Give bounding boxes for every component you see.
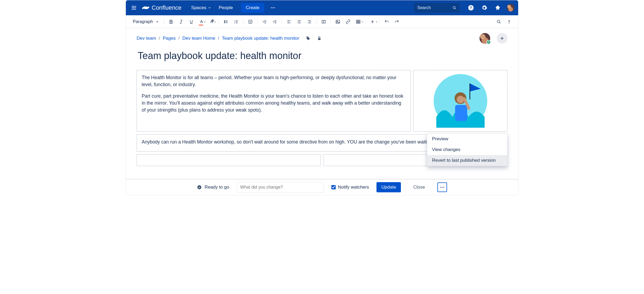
editor-toolbar: Paragraph 123: [126, 15, 518, 28]
nav-spaces[interactable]: Spaces: [188, 3, 214, 12]
draft-status-label: Ready to go: [204, 185, 229, 190]
svg-rect-47: [336, 20, 340, 23]
editor-help-button[interactable]: [504, 17, 514, 27]
chevron-down-icon: [375, 21, 378, 23]
align-left-button[interactable]: [284, 17, 294, 27]
paragraph-label: Paragraph: [133, 19, 153, 24]
svg-rect-29: [249, 20, 252, 23]
update-button[interactable]: Update: [376, 182, 401, 192]
svg-point-4: [272, 7, 273, 8]
chevron-down-icon: [214, 21, 216, 23]
undo-button[interactable]: [382, 17, 391, 27]
menu-item-view-changes[interactable]: View changes: [427, 144, 507, 155]
task-list-button[interactable]: [246, 17, 255, 27]
italic-button[interactable]: [176, 17, 186, 27]
add-collaborator-button[interactable]: [497, 33, 507, 44]
breadcrumb-separator: /: [218, 36, 219, 41]
svg-rect-49: [356, 20, 360, 23]
breadcrumb-separator: /: [178, 36, 180, 41]
confluence-icon: [142, 4, 149, 12]
svg-point-59: [307, 37, 308, 38]
nav-more-button[interactable]: [268, 3, 278, 13]
ellipsis-icon: [270, 5, 276, 10]
redo-button[interactable]: [392, 17, 402, 27]
svg-point-72: [442, 187, 442, 188]
svg-rect-60: [318, 38, 321, 40]
search-icon: [452, 5, 456, 10]
svg-point-58: [509, 23, 509, 23]
svg-point-18: [224, 21, 225, 22]
svg-line-12: [181, 20, 181, 23]
svg-point-17: [224, 20, 225, 21]
close-button[interactable]: Close: [408, 182, 430, 192]
indent-button[interactable]: [270, 17, 280, 27]
text-color-button[interactable]: [197, 17, 206, 27]
brand-logo[interactable]: Confluence: [142, 4, 181, 12]
layout-cell[interactable]: [137, 154, 321, 166]
ellipsis-icon: [440, 185, 445, 190]
breadcrumbs: Dev team / Pages / Dev team Home / Team …: [137, 36, 299, 41]
insert-table-button[interactable]: [353, 17, 363, 27]
editor-actions-menu: Preview View changes Revert to last publ…: [427, 133, 507, 166]
paragraph-text[interactable]: Part cure, part preventative medicine, t…: [142, 93, 406, 114]
chevron-down-icon: [361, 21, 364, 23]
search-input[interactable]: [417, 5, 450, 10]
svg-point-73: [443, 187, 444, 188]
page-title[interactable]: Team playbook update: health monitor: [137, 50, 507, 61]
chevron-down-icon: [204, 21, 206, 23]
help-icon[interactable]: ?: [467, 3, 475, 12]
breadcrumb-item[interactable]: Dev team Home: [182, 36, 215, 41]
paragraph-style-selector[interactable]: Paragraph: [130, 18, 162, 26]
notify-watchers-checkbox[interactable]: [331, 185, 336, 189]
svg-point-19: [224, 22, 225, 23]
brand-name: Confluence: [152, 4, 181, 11]
numbered-list-button[interactable]: 123: [231, 17, 241, 27]
nav-spaces-label: Spaces: [191, 5, 206, 10]
align-center-button[interactable]: [294, 17, 304, 27]
insert-link-button[interactable]: [343, 17, 353, 27]
svg-rect-64: [455, 105, 467, 121]
layout-cell[interactable]: [414, 70, 507, 132]
insert-more-button[interactable]: [368, 17, 377, 27]
align-right-button[interactable]: [305, 17, 314, 27]
menu-icon[interactable]: [130, 3, 138, 12]
outdent-button[interactable]: [260, 17, 269, 27]
notify-watchers-toggle[interactable]: Notify watchers: [331, 185, 369, 190]
editor-footer: Ready to go Notify watchers Update Close: [126, 179, 518, 195]
clear-formatting-button[interactable]: [207, 17, 217, 27]
breadcrumb-item[interactable]: Pages: [163, 36, 175, 41]
svg-point-5: [274, 7, 275, 8]
svg-text:?: ?: [470, 6, 472, 10]
settings-icon[interactable]: [480, 3, 489, 12]
page-layout-button[interactable]: [319, 17, 328, 27]
svg-text:3: 3: [234, 22, 235, 24]
global-nav: Confluence Spaces People Create ?: [126, 0, 518, 15]
labels-icon[interactable]: [306, 36, 310, 41]
notifications-icon[interactable]: [493, 3, 502, 12]
menu-item-revert[interactable]: Revert to last published version: [427, 155, 507, 166]
breadcrumb-item[interactable]: Dev team: [137, 36, 156, 41]
search-field[interactable]: [414, 3, 460, 13]
notify-watchers-label: Notify watchers: [338, 185, 369, 190]
restrictions-icon[interactable]: [317, 36, 322, 41]
paragraph-text[interactable]: The Health Monitor is for all teams – pe…: [142, 74, 406, 88]
find-replace-button[interactable]: [494, 17, 504, 27]
footer-more-button[interactable]: [437, 182, 447, 192]
collaborator-avatar[interactable]: R: [480, 33, 490, 44]
chevron-down-icon: [208, 6, 211, 9]
menu-item-preview[interactable]: Preview: [427, 134, 507, 144]
insert-image-button[interactable]: [333, 17, 343, 27]
svg-point-3: [271, 7, 272, 8]
layout-cell[interactable]: The Health Monitor is for all teams – pe…: [137, 70, 411, 132]
bold-button[interactable]: [166, 17, 176, 27]
breadcrumb-item[interactable]: Team playbook update: health monitor: [222, 36, 299, 41]
status-icon: [197, 185, 202, 190]
bullet-list-button[interactable]: [221, 17, 231, 27]
underline-button[interactable]: [186, 17, 196, 27]
nav-people[interactable]: People: [216, 3, 236, 12]
chevron-down-icon: [156, 20, 159, 23]
create-button[interactable]: Create: [241, 3, 264, 13]
nav-people-label: People: [219, 5, 233, 10]
user-avatar[interactable]: [507, 4, 514, 12]
version-comment-input[interactable]: [237, 182, 324, 193]
